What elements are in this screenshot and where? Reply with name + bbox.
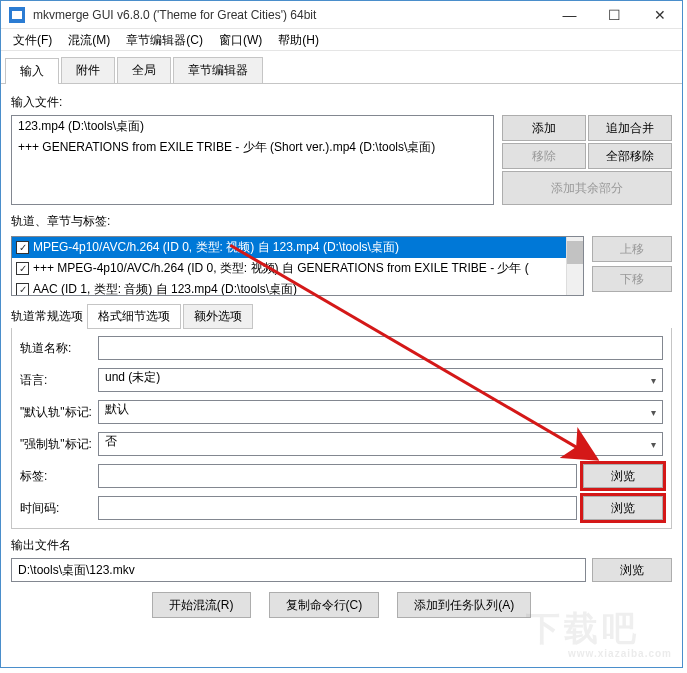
menu-window[interactable]: 窗口(W) (211, 29, 270, 51)
tracks-label: 轨道、章节与标签: (11, 213, 672, 230)
add-queue-button[interactable]: 添加到任务队列(A) (397, 592, 531, 618)
menu-bar: 文件(F) 混流(M) 章节编辑器(C) 窗口(W) 帮助(H) (1, 29, 682, 51)
track-name-label: 轨道名称: (20, 340, 98, 357)
watermark-sub: www.xiazaiba.com (568, 648, 672, 659)
remove-button[interactable]: 移除 (502, 143, 586, 169)
chevron-down-icon: ▾ (651, 407, 656, 418)
start-mux-button[interactable]: 开始混流(R) (152, 592, 251, 618)
app-icon (7, 5, 27, 25)
output-file-input[interactable] (11, 558, 586, 582)
add-button[interactable]: 添加 (502, 115, 586, 141)
close-button[interactable]: ✕ (637, 1, 682, 29)
forced-flag-value: 否 (105, 434, 117, 448)
append-button[interactable]: 追加合并 (588, 115, 672, 141)
language-value: und (未定) (105, 370, 160, 384)
tab-input[interactable]: 输入 (5, 58, 59, 84)
copy-cmd-button[interactable]: 复制命令行(C) (269, 592, 380, 618)
tab-chapter[interactable]: 章节编辑器 (173, 57, 263, 83)
language-select[interactable]: und (未定) ▾ (98, 368, 663, 392)
remove-all-button[interactable]: 全部移除 (588, 143, 672, 169)
tags-label: 标签: (20, 468, 98, 485)
chevron-down-icon: ▾ (651, 375, 656, 386)
chevron-down-icon: ▾ (651, 439, 656, 450)
timecodes-label: 时间码: (20, 500, 98, 517)
menu-mux[interactable]: 混流(M) (60, 29, 118, 51)
move-down-button[interactable]: 下移 (592, 266, 672, 292)
input-file-item[interactable]: +++ GENERATIONS from EXILE TRIBE - 少年 (S… (12, 137, 493, 158)
track-options-label: 轨道常规选项 (11, 308, 83, 325)
window-title: mkvmerge GUI v6.8.0 ('Theme for Great Ci… (33, 8, 547, 22)
tab-attach[interactable]: 附件 (61, 57, 115, 83)
tab-global[interactable]: 全局 (117, 57, 171, 83)
track-checkbox[interactable]: ✓ (16, 262, 29, 275)
menu-file[interactable]: 文件(F) (5, 29, 60, 51)
track-checkbox[interactable]: ✓ (16, 241, 29, 254)
title-bar: mkvmerge GUI v6.8.0 ('Theme for Great Ci… (1, 1, 682, 29)
tracks-list[interactable]: ✓ MPEG-4p10/AVC/h.264 (ID 0, 类型: 视频) 自 1… (11, 236, 584, 296)
maximize-button[interactable]: ☐ (592, 1, 637, 29)
move-up-button[interactable]: 上移 (592, 236, 672, 262)
tracks-scrollbar[interactable] (566, 237, 583, 295)
subtab-format[interactable]: 格式细节选项 (87, 304, 181, 329)
subtab-extra[interactable]: 额外选项 (183, 304, 253, 329)
add-other-button[interactable]: 添加其余部分 (502, 171, 672, 205)
input-file-item[interactable]: 123.mp4 (D:\tools\桌面) (12, 116, 493, 137)
menu-help[interactable]: 帮助(H) (270, 29, 327, 51)
default-flag-label: "默认轨"标记: (20, 404, 98, 421)
forced-flag-select[interactable]: 否 ▾ (98, 432, 663, 456)
minimize-button[interactable]: — (547, 1, 592, 29)
track-name-input[interactable] (98, 336, 663, 360)
track-text: +++ MPEG-4p10/AVC/h.264 (ID 0, 类型: 视频) 自… (33, 260, 529, 277)
forced-flag-label: "强制轨"标记: (20, 436, 98, 453)
track-row[interactable]: ✓ AAC (ID 1, 类型: 音频) 自 123.mp4 (D:\tools… (12, 279, 583, 296)
main-tabs: 输入 附件 全局 章节编辑器 (1, 51, 682, 84)
track-row[interactable]: ✓ +++ MPEG-4p10/AVC/h.264 (ID 0, 类型: 视频)… (12, 258, 583, 279)
browse-output-button[interactable]: 浏览 (592, 558, 672, 582)
track-checkbox[interactable]: ✓ (16, 283, 29, 296)
default-flag-value: 默认 (105, 402, 129, 416)
track-text: MPEG-4p10/AVC/h.264 (ID 0, 类型: 视频) 自 123… (33, 239, 399, 256)
tags-input[interactable] (98, 464, 577, 488)
track-row[interactable]: ✓ MPEG-4p10/AVC/h.264 (ID 0, 类型: 视频) 自 1… (12, 237, 583, 258)
browse-tags-button[interactable]: 浏览 (583, 464, 663, 488)
default-flag-select[interactable]: 默认 ▾ (98, 400, 663, 424)
output-file-label: 输出文件名 (11, 537, 672, 554)
browse-timecodes-button[interactable]: 浏览 (583, 496, 663, 520)
input-files-label: 输入文件: (11, 94, 672, 111)
menu-chapter[interactable]: 章节编辑器(C) (118, 29, 211, 51)
timecodes-input[interactable] (98, 496, 577, 520)
svg-rect-1 (12, 11, 22, 19)
input-files-list[interactable]: 123.mp4 (D:\tools\桌面) +++ GENERATIONS fr… (11, 115, 494, 205)
track-text: AAC (ID 1, 类型: 音频) 自 123.mp4 (D:\tools\桌… (33, 281, 297, 296)
language-label: 语言: (20, 372, 98, 389)
